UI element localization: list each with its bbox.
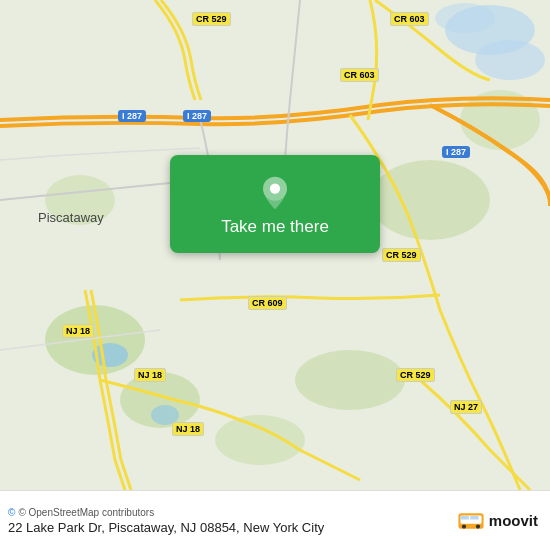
label-i287-left: I 287 <box>118 110 146 122</box>
label-nj18-mid: NJ 18 <box>134 368 166 382</box>
location-pin-icon <box>257 175 293 211</box>
label-cr529-mid: CR 529 <box>382 248 421 262</box>
place-label-piscataway: Piscataway <box>38 210 104 225</box>
bottom-bar: © © OpenStreetMap contributors 22 Lake P… <box>0 490 550 550</box>
svg-point-18 <box>476 524 480 528</box>
label-nj18-bot: NJ 18 <box>172 422 204 436</box>
osm-icon: © <box>8 507 15 518</box>
label-cr529-bot: CR 529 <box>396 368 435 382</box>
moovit-logo: moovit <box>457 510 538 532</box>
svg-point-14 <box>270 184 280 194</box>
svg-point-2 <box>475 40 545 80</box>
svg-point-3 <box>435 3 495 33</box>
svg-point-10 <box>215 415 305 465</box>
label-cr529-top: CR 529 <box>192 12 231 26</box>
map-container: CR 529 CR 603 CR 603 I 287 I 287 I 287 C… <box>0 0 550 490</box>
take-me-there-label: Take me there <box>221 217 329 237</box>
label-cr609: CR 609 <box>248 296 287 310</box>
take-me-there-button[interactable]: Take me there <box>170 155 380 253</box>
address-section: © © OpenStreetMap contributors 22 Lake P… <box>8 507 324 535</box>
moovit-icon <box>457 510 485 532</box>
osm-text: © OpenStreetMap contributors <box>18 507 154 518</box>
label-i287-right: I 287 <box>442 146 470 158</box>
osm-attribution: © © OpenStreetMap contributors <box>8 507 324 518</box>
address-text: 22 Lake Park Dr, Piscataway, NJ 08854, N… <box>8 520 324 535</box>
svg-rect-19 <box>460 516 468 520</box>
label-cr603-mid: CR 603 <box>340 68 379 82</box>
moovit-label: moovit <box>489 512 538 529</box>
label-nj27: NJ 27 <box>450 400 482 414</box>
svg-point-7 <box>295 350 405 410</box>
label-i287-mid: I 287 <box>183 110 211 122</box>
svg-rect-20 <box>470 516 478 520</box>
label-nj18-left: NJ 18 <box>62 324 94 338</box>
label-cr603-top: CR 603 <box>390 12 429 26</box>
svg-point-17 <box>462 524 466 528</box>
